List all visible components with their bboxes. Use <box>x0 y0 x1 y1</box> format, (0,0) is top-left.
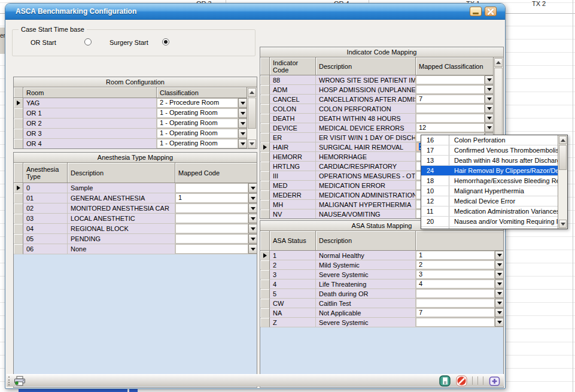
cell-status[interactable]: NA <box>270 308 316 318</box>
dropdown-arrow-icon[interactable] <box>495 279 504 288</box>
cell-code[interactable]: HEMORR <box>270 152 316 162</box>
dropdown-arrow-icon[interactable] <box>248 183 257 193</box>
classification-combo[interactable]: 2 - Procedure Room <box>157 98 248 108</box>
dropdown-item[interactable]: 16Colon Perforation <box>421 135 558 145</box>
scroll-down-icon[interactable] <box>248 139 256 148</box>
exit-button[interactable] <box>487 375 501 387</box>
row-selector[interactable] <box>14 139 23 149</box>
row-selector[interactable] <box>260 114 270 123</box>
cell-description[interactable]: CARDIAC/RESPIRATORY <box>316 162 416 171</box>
toolbar-grip[interactable] <box>8 376 10 385</box>
dropdown-item[interactable]: 18Hemorrhage/Excessive Bleeding Req. Ret… <box>421 176 558 186</box>
cell-code[interactable]: 88 <box>270 75 316 85</box>
dropdown-item[interactable]: 23Other... <box>421 227 558 229</box>
mapped-code-combo[interactable] <box>175 203 257 214</box>
cell-description[interactable]: MALIGNANT HYPERTHERMIA <box>316 200 416 209</box>
row-selector[interactable] <box>260 251 270 260</box>
scroll-up-icon[interactable] <box>559 136 567 144</box>
cell-description[interactable]: DEATH WITHIN 48 HOURS <box>316 114 416 123</box>
cell-code[interactable]: ADM <box>270 85 316 95</box>
cell-status[interactable]: 1 <box>270 251 316 260</box>
row-selector[interactable] <box>14 224 23 234</box>
mapped-code-combo[interactable] <box>175 244 257 254</box>
room-scrollbar[interactable] <box>247 87 257 149</box>
table-row[interactable]: DEATH DEATH WITHIN 48 HOURS <box>260 114 493 123</box>
cell-type[interactable]: 0 <box>23 183 68 193</box>
row-selector[interactable] <box>14 129 23 139</box>
cell-description[interactable]: COLON PERFORATION <box>316 104 416 114</box>
row-selector[interactable] <box>260 308 270 318</box>
cell-code[interactable]: ER <box>270 133 316 142</box>
cell-type[interactable]: 05 <box>23 234 68 244</box>
mapped-combo[interactable] <box>416 318 504 327</box>
cell-type[interactable]: 02 <box>23 203 68 214</box>
dropdown-arrow-icon[interactable] <box>495 260 504 269</box>
cell-room[interactable]: OR 4 <box>23 139 157 149</box>
table-row[interactable]: 04 REGIONAL BLOCK <box>14 224 257 234</box>
column-header-mapped[interactable] <box>416 231 504 251</box>
column-header-description[interactable]: Description <box>68 163 175 183</box>
print-button[interactable] <box>13 375 27 387</box>
combo-value[interactable]: 1 - Operating Room <box>157 129 238 138</box>
table-row[interactable]: CW Caitlin Test <box>260 299 503 308</box>
row-selector[interactable] <box>260 200 270 209</box>
table-row[interactable]: 88 WRONG SITE SIDE PATIENT IM <box>260 75 493 85</box>
combo-value[interactable] <box>175 234 248 244</box>
cell-description[interactable]: PENDING <box>68 234 175 244</box>
cell-description[interactable]: Severe Systemic <box>316 270 416 279</box>
row-selector[interactable] <box>260 152 270 162</box>
column-header-asa-status[interactable]: ASA Status <box>270 231 316 251</box>
table-row[interactable]: DEVICE MEDICAL DEVICE ERRORS 12 <box>260 123 493 133</box>
row-selector[interactable] <box>260 95 270 104</box>
dropdown-arrow-icon[interactable] <box>248 193 257 203</box>
classification-combo[interactable]: 1 - Operating Room <box>157 108 248 118</box>
classification-combo[interactable]: 1 - Operating Room <box>157 129 248 139</box>
combo-value[interactable] <box>416 75 485 84</box>
cell-description[interactable]: REGIONAL BLOCK <box>68 224 175 234</box>
mapped-classification-combo[interactable] <box>416 114 494 123</box>
combo-value[interactable] <box>416 104 485 113</box>
table-row[interactable]: CANCEL CANCELLATIONS AFTER ADMIS 7 <box>260 95 493 104</box>
classification-combo[interactable]: 1 - Operating Room <box>157 118 248 129</box>
combo-value[interactable] <box>416 85 485 94</box>
cell-code[interactable]: III <box>270 171 316 181</box>
dropdown-item-highlighted[interactable]: 24Hair Removal By Clippers/Razor/Depilat… <box>421 166 558 176</box>
column-header-room[interactable]: Room <box>23 87 157 98</box>
combo-value[interactable]: 7 <box>416 308 495 317</box>
cell-room[interactable]: YAG <box>23 98 157 108</box>
row-selector[interactable] <box>260 279 270 289</box>
table-row[interactable]: Z Severe Systemic <box>260 318 503 327</box>
cell-description[interactable]: MEDICAL DEVICE ERRORS <box>316 123 416 133</box>
row-selector[interactable] <box>260 75 270 85</box>
row-selector[interactable] <box>14 108 23 118</box>
mapped-classification-combo[interactable] <box>416 85 494 95</box>
cell-description[interactable]: MEDICATION ERROR <box>316 181 416 190</box>
table-row[interactable]: OR 1 1 - Operating Room <box>14 108 247 118</box>
column-header-anesthesia-type[interactable]: Anesthesia Type <box>23 163 68 183</box>
cell-room[interactable]: OR 1 <box>23 108 157 118</box>
combo-value[interactable] <box>175 244 248 254</box>
mapped-combo[interactable]: 7 <box>416 308 504 318</box>
cell-room[interactable]: OR 3 <box>23 129 157 139</box>
cell-code[interactable]: HAIR <box>270 142 316 152</box>
dropdown-arrow-icon[interactable] <box>495 299 504 308</box>
combo-value[interactable]: 12 <box>416 123 485 132</box>
close-button[interactable] <box>485 7 497 16</box>
cancel-button[interactable] <box>454 375 468 387</box>
cell-description[interactable]: Normal Healthy <box>316 251 416 260</box>
cell-type[interactable]: 06 <box>23 244 68 254</box>
cell-description[interactable]: MONITORED ANESTHESIA CAR <box>68 203 175 214</box>
cell-code[interactable]: COLON <box>270 104 316 114</box>
scroll-up-icon[interactable] <box>494 58 503 67</box>
dropdown-arrow-icon[interactable] <box>248 214 257 223</box>
cell-description[interactable]: None <box>68 244 175 254</box>
cell-status[interactable]: 5 <box>270 289 316 299</box>
dropdown-item[interactable]: 17Confirmed Venous Thromboembolism(VTE) <box>421 145 558 156</box>
table-row[interactable]: 1 Normal Healthy 1 <box>260 251 503 260</box>
column-header-indicator-code[interactable]: Indicator Code <box>270 57 316 75</box>
cell-description[interactable]: MEDICATION ADMINISTRATION <box>316 190 416 200</box>
combo-value[interactable] <box>175 183 248 193</box>
combo-value[interactable]: 2 - Procedure Room <box>157 98 238 108</box>
table-row[interactable]: 05 PENDING <box>14 234 257 244</box>
cell-description[interactable]: Severe Systemic <box>316 318 416 327</box>
